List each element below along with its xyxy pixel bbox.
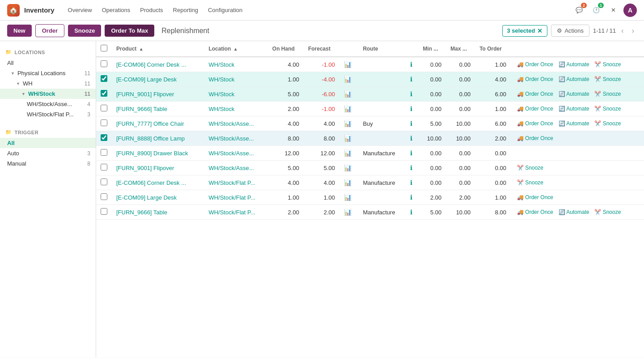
- snooze-button[interactable]: ✂️ Snooze: [515, 164, 545, 172]
- row-checkbox-cell[interactable]: [96, 131, 112, 146]
- menu-overview[interactable]: Overview: [64, 5, 97, 15]
- row-checkbox[interactable]: [101, 90, 107, 97]
- location-link[interactable]: WH/Stock/Flat P...: [208, 194, 255, 201]
- row-checkbox-cell[interactable]: [96, 161, 112, 175]
- row-checkbox[interactable]: [101, 193, 107, 200]
- chat-icon-btn[interactable]: 💬 2: [572, 4, 586, 17]
- sidebar-item-trigger-auto[interactable]: Auto 3: [0, 148, 96, 158]
- info-icon[interactable]: ℹ: [410, 135, 412, 142]
- automate-button[interactable]: 🔄 Automate: [557, 208, 591, 216]
- sidebar-item-wh-stock[interactable]: ▼ WH/Stock 11: [0, 89, 96, 99]
- order-once-button[interactable]: 🚚 Order Once: [515, 193, 555, 201]
- location-link[interactable]: WH/Stock/Asse...: [208, 120, 254, 127]
- location-link[interactable]: WH/Stock: [208, 61, 234, 68]
- sidebar-item-wh-stock-asse[interactable]: WH/Stock/Asse... 4: [0, 99, 96, 109]
- chart-icon[interactable]: 📊: [344, 194, 352, 201]
- product-link[interactable]: [FURN_9666] Table: [116, 106, 167, 112]
- chart-cell[interactable]: 📊: [339, 116, 358, 131]
- product-link[interactable]: [E-COM06] Corner Desk ...: [116, 179, 186, 186]
- row-checkbox-cell[interactable]: [96, 102, 112, 116]
- order-once-button[interactable]: 🚚 Order Once: [515, 105, 555, 113]
- close-icon-btn[interactable]: ✕: [606, 4, 620, 17]
- row-checkbox[interactable]: [101, 119, 107, 126]
- app-logo[interactable]: 🏠: [7, 4, 20, 17]
- product-link[interactable]: [FURN_9001] Flipover: [116, 165, 174, 171]
- row-checkbox[interactable]: [101, 105, 107, 111]
- snooze-button[interactable]: ✂️ Snooze: [593, 60, 623, 68]
- sidebar-item-trigger-all[interactable]: All: [0, 138, 96, 148]
- chart-icon[interactable]: 📊: [344, 149, 352, 157]
- chart-icon[interactable]: 📊: [344, 179, 352, 186]
- clear-selection-button[interactable]: ✕: [537, 27, 542, 34]
- product-link[interactable]: [E-COM09] Large Desk: [116, 194, 177, 201]
- prev-page-button[interactable]: ‹: [619, 26, 626, 36]
- row-checkbox[interactable]: [101, 60, 107, 67]
- info-cell[interactable]: ℹ: [406, 116, 419, 131]
- location-link[interactable]: WH/Stock: [208, 76, 234, 83]
- info-icon[interactable]: ℹ: [410, 209, 412, 216]
- location-link[interactable]: WH/Stock/Flat P...: [208, 209, 255, 216]
- chart-icon[interactable]: 📊: [344, 209, 352, 216]
- sidebar-item-wh-stock-flat[interactable]: WH/Stock/Flat P... 3: [0, 109, 96, 119]
- chart-icon[interactable]: 📊: [344, 90, 352, 98]
- clock-icon-btn[interactable]: 🕐 1: [589, 4, 603, 17]
- chart-cell[interactable]: 📊: [339, 161, 358, 175]
- avatar[interactable]: A: [623, 4, 637, 17]
- info-cell[interactable]: ℹ: [406, 175, 419, 190]
- info-cell[interactable]: ℹ: [406, 205, 419, 220]
- snooze-button[interactable]: ✂️ Snooze: [593, 75, 623, 83]
- chart-cell[interactable]: 📊: [339, 146, 358, 161]
- chart-icon[interactable]: 📊: [344, 61, 352, 68]
- row-checkbox[interactable]: [101, 149, 107, 156]
- order-once-button[interactable]: 🚚 Order Once: [515, 90, 555, 98]
- snooze-button[interactable]: ✂️ Snooze: [593, 105, 623, 113]
- chart-icon[interactable]: 📊: [344, 164, 352, 171]
- row-checkbox-cell[interactable]: [96, 57, 112, 72]
- chart-cell[interactable]: 📊: [339, 72, 358, 87]
- sidebar-item-trigger-manual[interactable]: Manual 8: [0, 158, 96, 169]
- location-link[interactable]: WH/Stock/Asse...: [208, 150, 254, 157]
- sidebar-item-physical-locations[interactable]: ▼ Physical Locations 11: [0, 68, 96, 78]
- order-once-button[interactable]: 🚚 Order Once: [515, 208, 555, 216]
- row-checkbox[interactable]: [101, 134, 107, 141]
- info-icon[interactable]: ℹ: [410, 76, 412, 83]
- chart-cell[interactable]: 📊: [339, 102, 358, 116]
- row-checkbox-cell[interactable]: [96, 116, 112, 131]
- automate-button[interactable]: 🔄 Automate: [557, 90, 591, 98]
- info-cell[interactable]: ℹ: [406, 72, 419, 87]
- info-icon[interactable]: ℹ: [410, 61, 412, 68]
- automate-button[interactable]: 🔄 Automate: [557, 119, 591, 128]
- row-checkbox[interactable]: [101, 164, 107, 170]
- row-checkbox[interactable]: [101, 208, 107, 215]
- info-cell[interactable]: ℹ: [406, 102, 419, 116]
- location-link[interactable]: WH/Stock: [208, 106, 234, 112]
- snooze-button[interactable]: ✂️ Snooze: [593, 90, 623, 98]
- chart-cell[interactable]: 📊: [339, 87, 358, 102]
- product-link[interactable]: [FURN_8900] Drawer Black: [116, 150, 188, 157]
- info-icon[interactable]: ℹ: [410, 164, 412, 171]
- menu-configuration[interactable]: Configuration: [203, 5, 247, 15]
- chart-icon[interactable]: 📊: [344, 135, 352, 142]
- row-checkbox-cell[interactable]: [96, 87, 112, 102]
- location-link[interactable]: WH/Stock: [208, 91, 234, 98]
- automate-button[interactable]: 🔄 Automate: [557, 75, 591, 83]
- chart-icon[interactable]: 📊: [344, 120, 352, 127]
- info-cell[interactable]: ℹ: [406, 161, 419, 175]
- product-link[interactable]: [FURN_8888] Office Lamp: [116, 135, 185, 142]
- order-once-button[interactable]: 🚚 Order Once: [515, 134, 555, 142]
- menu-reporting[interactable]: Reporting: [169, 5, 203, 15]
- row-checkbox-cell[interactable]: [96, 190, 112, 205]
- info-icon[interactable]: ℹ: [410, 105, 412, 112]
- order-once-button[interactable]: 🚚 Order Once: [515, 60, 555, 68]
- sidebar-item-wh[interactable]: ▼ WH 11: [0, 78, 96, 89]
- chart-cell[interactable]: 📊: [339, 190, 358, 205]
- info-icon[interactable]: ℹ: [410, 90, 412, 98]
- product-link[interactable]: [FURN_9001] Flipover: [116, 91, 174, 98]
- chart-cell[interactable]: 📊: [339, 57, 358, 72]
- row-checkbox-cell[interactable]: [96, 72, 112, 87]
- row-checkbox[interactable]: [101, 75, 107, 82]
- order-once-button[interactable]: 🚚 Order Once: [515, 119, 555, 128]
- location-header[interactable]: Location ▲: [204, 41, 267, 57]
- chart-icon[interactable]: 📊: [344, 76, 352, 83]
- product-link[interactable]: [FURN_7777] Office Chair: [116, 120, 184, 127]
